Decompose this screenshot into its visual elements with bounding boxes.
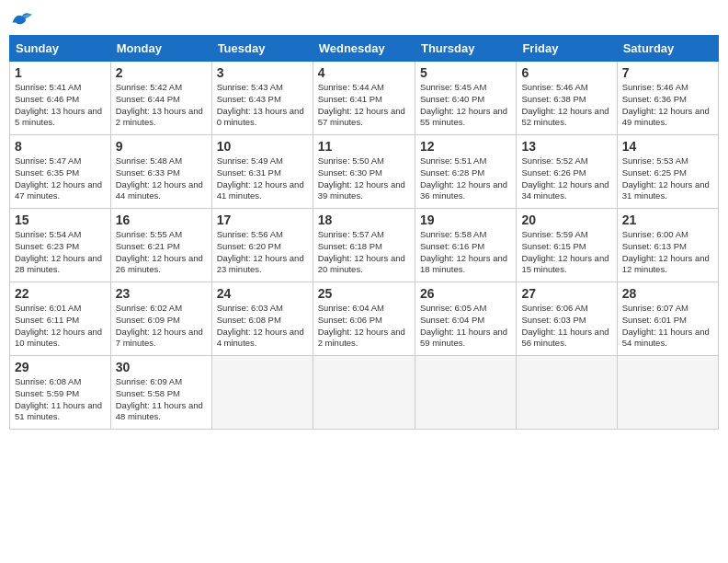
day-detail: Sunrise: 5:47 AM Sunset: 6:35 PM Dayligh… — [15, 155, 106, 202]
calendar-cell — [211, 356, 313, 430]
day-detail: Sunrise: 5:48 AM Sunset: 6:33 PM Dayligh… — [116, 155, 207, 202]
day-detail: Sunrise: 6:07 AM Sunset: 6:01 PM Dayligh… — [622, 303, 713, 350]
day-number: 9 — [116, 139, 207, 154]
day-number: 8 — [15, 139, 106, 154]
day-number: 16 — [116, 213, 207, 227]
day-number: 25 — [318, 286, 410, 301]
day-detail: Sunrise: 5:57 AM Sunset: 6:18 PM Dayligh… — [318, 229, 410, 276]
day-number: 4 — [318, 65, 410, 80]
day-of-week-header: Sunday — [10, 36, 111, 62]
calendar-cell: 27Sunrise: 6:06 AM Sunset: 6:03 PM Dayli… — [517, 282, 617, 356]
day-detail: Sunrise: 6:04 AM Sunset: 6:06 PM Dayligh… — [318, 303, 410, 350]
calendar-cell: 29Sunrise: 6:08 AM Sunset: 5:59 PM Dayli… — [10, 356, 111, 430]
day-detail: Sunrise: 5:42 AM Sunset: 6:44 PM Dayligh… — [116, 82, 207, 129]
logo-bird-icon — [9, 9, 35, 29]
day-detail: Sunrise: 6:01 AM Sunset: 6:11 PM Dayligh… — [15, 303, 106, 350]
day-number: 7 — [622, 65, 713, 80]
day-number: 2 — [116, 65, 207, 80]
day-detail: Sunrise: 5:56 AM Sunset: 6:20 PM Dayligh… — [217, 229, 308, 276]
day-of-week-header: Monday — [110, 36, 211, 62]
day-number: 29 — [15, 360, 106, 374]
calendar-cell: 8Sunrise: 5:47 AM Sunset: 6:35 PM Daylig… — [10, 135, 111, 209]
day-detail: Sunrise: 5:58 AM Sunset: 6:16 PM Dayligh… — [420, 229, 511, 276]
day-detail: Sunrise: 5:41 AM Sunset: 6:46 PM Dayligh… — [15, 82, 106, 129]
day-of-week-header: Saturday — [617, 36, 718, 62]
calendar-cell: 6Sunrise: 5:46 AM Sunset: 6:38 PM Daylig… — [517, 62, 617, 135]
day-detail: Sunrise: 5:49 AM Sunset: 6:31 PM Dayligh… — [217, 155, 308, 202]
calendar-cell: 2Sunrise: 5:42 AM Sunset: 6:44 PM Daylig… — [110, 62, 211, 135]
day-number: 1 — [15, 65, 106, 80]
calendar-cell: 1Sunrise: 5:41 AM Sunset: 6:46 PM Daylig… — [10, 62, 111, 135]
day-number: 28 — [622, 286, 713, 301]
day-number: 21 — [622, 213, 713, 227]
day-detail: Sunrise: 6:00 AM Sunset: 6:13 PM Dayligh… — [622, 229, 713, 276]
week-row: 1Sunrise: 5:41 AM Sunset: 6:46 PM Daylig… — [10, 62, 719, 135]
day-detail: Sunrise: 5:46 AM Sunset: 6:38 PM Dayligh… — [521, 82, 611, 129]
calendar-cell: 22Sunrise: 6:01 AM Sunset: 6:11 PM Dayli… — [10, 282, 111, 356]
day-number: 15 — [15, 213, 106, 227]
week-row: 8Sunrise: 5:47 AM Sunset: 6:35 PM Daylig… — [10, 135, 719, 209]
calendar-cell: 21Sunrise: 6:00 AM Sunset: 6:13 PM Dayli… — [617, 209, 718, 282]
week-row: 22Sunrise: 6:01 AM Sunset: 6:11 PM Dayli… — [10, 282, 719, 356]
day-of-week-header: Thursday — [415, 36, 516, 62]
calendar-cell: 13Sunrise: 5:52 AM Sunset: 6:26 PM Dayli… — [517, 135, 617, 209]
day-number: 3 — [217, 65, 308, 80]
calendar-cell — [313, 356, 415, 430]
calendar-cell: 23Sunrise: 6:02 AM Sunset: 6:09 PM Dayli… — [110, 282, 211, 356]
calendar-cell: 30Sunrise: 6:09 AM Sunset: 5:58 PM Dayli… — [110, 356, 211, 430]
day-detail: Sunrise: 6:05 AM Sunset: 6:04 PM Dayligh… — [420, 303, 511, 350]
day-header-row: SundayMondayTuesdayWednesdayThursdayFrid… — [10, 36, 719, 62]
day-number: 24 — [217, 286, 308, 301]
day-of-week-header: Tuesday — [211, 36, 313, 62]
calendar-cell: 16Sunrise: 5:55 AM Sunset: 6:21 PM Dayli… — [110, 209, 211, 282]
day-number: 30 — [116, 360, 207, 374]
day-of-week-header: Friday — [517, 36, 617, 62]
calendar-cell — [617, 356, 718, 430]
day-number: 17 — [217, 213, 308, 227]
day-number: 20 — [521, 213, 611, 227]
day-detail: Sunrise: 5:44 AM Sunset: 6:41 PM Dayligh… — [318, 82, 410, 129]
week-row: 15Sunrise: 5:54 AM Sunset: 6:23 PM Dayli… — [10, 209, 719, 282]
calendar-cell: 5Sunrise: 5:45 AM Sunset: 6:40 PM Daylig… — [415, 62, 516, 135]
calendar-cell: 24Sunrise: 6:03 AM Sunset: 6:08 PM Dayli… — [211, 282, 313, 356]
day-number: 23 — [116, 286, 207, 301]
calendar-table: SundayMondayTuesdayWednesdayThursdayFrid… — [9, 35, 719, 430]
calendar-cell: 28Sunrise: 6:07 AM Sunset: 6:01 PM Dayli… — [617, 282, 718, 356]
day-detail: Sunrise: 6:08 AM Sunset: 5:59 PM Dayligh… — [15, 376, 106, 423]
day-detail: Sunrise: 5:53 AM Sunset: 6:25 PM Dayligh… — [622, 155, 713, 202]
day-detail: Sunrise: 6:03 AM Sunset: 6:08 PM Dayligh… — [217, 303, 308, 350]
calendar-cell — [517, 356, 617, 430]
calendar-cell: 3Sunrise: 5:43 AM Sunset: 6:43 PM Daylig… — [211, 62, 313, 135]
week-row: 29Sunrise: 6:08 AM Sunset: 5:59 PM Dayli… — [10, 356, 719, 430]
day-number: 12 — [420, 139, 511, 154]
calendar-cell: 10Sunrise: 5:49 AM Sunset: 6:31 PM Dayli… — [211, 135, 313, 209]
logo — [9, 9, 39, 29]
day-detail: Sunrise: 5:59 AM Sunset: 6:15 PM Dayligh… — [521, 229, 611, 276]
day-number: 6 — [521, 65, 611, 80]
day-number: 13 — [521, 139, 611, 154]
day-detail: Sunrise: 5:50 AM Sunset: 6:30 PM Dayligh… — [318, 155, 410, 202]
calendar-cell: 20Sunrise: 5:59 AM Sunset: 6:15 PM Dayli… — [517, 209, 617, 282]
calendar-cell: 12Sunrise: 5:51 AM Sunset: 6:28 PM Dayli… — [415, 135, 516, 209]
day-number: 19 — [420, 213, 511, 227]
day-number: 5 — [420, 65, 511, 80]
day-detail: Sunrise: 6:02 AM Sunset: 6:09 PM Dayligh… — [116, 303, 207, 350]
calendar-cell: 15Sunrise: 5:54 AM Sunset: 6:23 PM Dayli… — [10, 209, 111, 282]
day-number: 14 — [622, 139, 713, 154]
day-detail: Sunrise: 5:45 AM Sunset: 6:40 PM Dayligh… — [420, 82, 511, 129]
calendar-cell: 18Sunrise: 5:57 AM Sunset: 6:18 PM Dayli… — [313, 209, 415, 282]
calendar-cell: 17Sunrise: 5:56 AM Sunset: 6:20 PM Dayli… — [211, 209, 313, 282]
calendar-cell: 4Sunrise: 5:44 AM Sunset: 6:41 PM Daylig… — [313, 62, 415, 135]
day-detail: Sunrise: 5:46 AM Sunset: 6:36 PM Dayligh… — [622, 82, 713, 129]
day-number: 27 — [521, 286, 611, 301]
day-detail: Sunrise: 5:55 AM Sunset: 6:21 PM Dayligh… — [116, 229, 207, 276]
calendar-cell: 26Sunrise: 6:05 AM Sunset: 6:04 PM Dayli… — [415, 282, 516, 356]
day-detail: Sunrise: 5:52 AM Sunset: 6:26 PM Dayligh… — [521, 155, 611, 202]
calendar-cell: 19Sunrise: 5:58 AM Sunset: 6:16 PM Dayli… — [415, 209, 516, 282]
day-number: 10 — [217, 139, 308, 154]
day-number: 26 — [420, 286, 511, 301]
calendar-cell: 11Sunrise: 5:50 AM Sunset: 6:30 PM Dayli… — [313, 135, 415, 209]
day-detail: Sunrise: 5:54 AM Sunset: 6:23 PM Dayligh… — [15, 229, 106, 276]
day-number: 11 — [318, 139, 410, 154]
calendar-cell: 9Sunrise: 5:48 AM Sunset: 6:33 PM Daylig… — [110, 135, 211, 209]
